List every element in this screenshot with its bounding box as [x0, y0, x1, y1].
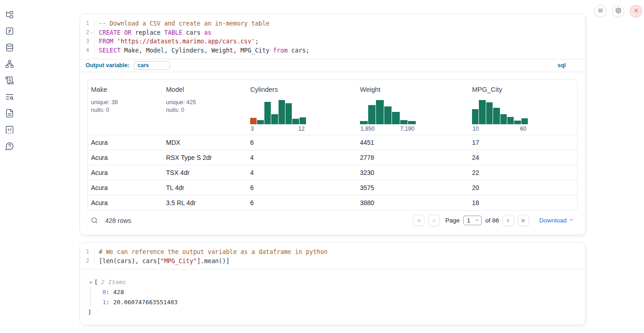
cell-weight: 2778: [357, 154, 469, 161]
settings-button[interactable]: [612, 5, 624, 17]
column-header-cylinders[interactable]: Cylinders312: [247, 80, 357, 135]
tree-item-key: 1: [102, 299, 106, 306]
collapse-chevron-icon[interactable]: [88, 280, 93, 285]
column-header-weight[interactable]: Weight1,8507,190: [357, 80, 469, 135]
cell-model: 3.5 RL 4dr: [163, 199, 247, 206]
fold-chevron-icon[interactable]: [89, 30, 94, 35]
function-icon[interactable]: [5, 26, 14, 36]
cell-mpg_city: 22: [469, 169, 577, 176]
table-row: AcuraTL 4dr6357520: [88, 180, 577, 195]
dataframe-table: Makeunique: 38nulls: 0Modelunique: 425nu…: [87, 79, 578, 211]
window-controls: [594, 5, 642, 17]
dependency-graph-icon[interactable]: [5, 59, 14, 69]
search-icon[interactable]: [90, 217, 98, 225]
page-select-value: 1: [467, 217, 470, 224]
scroll-icon[interactable]: [5, 76, 14, 85]
file-tree-icon[interactable]: [5, 10, 14, 19]
cell-model: MDX: [163, 139, 247, 146]
tree-item-value: : 428: [106, 289, 124, 296]
page-select[interactable]: 1: [463, 216, 482, 225]
line-number: 1: [80, 19, 89, 28]
last-page-button[interactable]: [518, 215, 529, 226]
cell-cylinders: 4: [247, 169, 357, 176]
code-line: 2[len(cars), cars["MPG_City"].mean()]: [80, 257, 585, 266]
histogram-bar: [408, 121, 416, 124]
fold-spacer: [89, 21, 94, 26]
bracket-open: [: [94, 277, 98, 287]
code-text: -- Download a CSV and create an in-memor…: [95, 19, 269, 28]
next-page-button[interactable]: [503, 215, 514, 226]
column-histogram: 312: [250, 100, 354, 132]
menu-button[interactable]: [594, 5, 606, 17]
line-number: 4: [80, 46, 89, 55]
line-number-gutter: 1: [80, 248, 95, 257]
fold-spacer: [89, 249, 94, 254]
cell-make: Acura: [88, 169, 163, 176]
table-row: AcuraRSX Type S 2dr4277824: [88, 150, 577, 165]
tree-item-key: 0: [102, 289, 106, 296]
column-title: Cylinders: [250, 86, 354, 93]
histogram-bar: [360, 121, 368, 124]
column-header-model[interactable]: Modelunique: 425nulls: 0: [163, 80, 247, 135]
histogram-bar: [271, 114, 278, 124]
sidebar: [0, 10, 19, 151]
column-stats: unique: 425nulls: 0: [166, 99, 244, 114]
logs-search-icon[interactable]: [5, 92, 14, 101]
hist-max-label: 7,190: [400, 126, 414, 132]
tree-item-value: : 20.060747663551403: [106, 299, 178, 306]
histogram-bar: [257, 120, 263, 124]
cell-weight: 3575: [357, 184, 469, 191]
column-header-make[interactable]: Makeunique: 38nulls: 0: [88, 80, 163, 135]
bracket-close: ]: [88, 307, 578, 317]
table-output: Makeunique: 38nulls: 0Modelunique: 425nu…: [80, 72, 585, 211]
python-code-editor[interactable]: 1# We can reference the output variable …: [80, 243, 585, 269]
python-output-tree: [ 2 Items 0: 4281: 20.060747663551403 ]: [80, 269, 585, 322]
cell-make: Acura: [88, 139, 163, 146]
line-number: 2: [80, 28, 89, 37]
items-count-label: 2 Items: [101, 277, 126, 287]
code-line: 2CREATE OR replace TABLE cars as: [80, 28, 585, 37]
cell-cylinders: 6: [247, 184, 357, 191]
shutdown-icon: [633, 7, 639, 15]
code-text: CREATE OR replace TABLE cars as: [95, 28, 211, 37]
help-icon[interactable]: [5, 142, 14, 151]
column-header-mpg_city[interactable]: MPG_City1060: [469, 80, 577, 135]
line-number: 2: [80, 257, 89, 266]
sql-code-editor[interactable]: 1-- Download a CSV and create an in-memo…: [80, 14, 585, 59]
download-button[interactable]: Download: [539, 217, 574, 224]
output-variable-input[interactable]: [134, 61, 170, 70]
line-number: 1: [80, 248, 89, 257]
cell-cylinders: 6: [247, 139, 357, 146]
cell-cylinders: 6: [247, 199, 357, 206]
histogram-bar: [521, 118, 528, 124]
page-label: Page: [445, 217, 460, 224]
histogram-bar: [479, 100, 485, 124]
cell-make: Acura: [88, 184, 163, 191]
tree-children: 0: 4281: 20.060747663551403: [90, 287, 578, 307]
shutdown-button[interactable]: [630, 5, 642, 17]
language-badge: sql: [558, 62, 566, 69]
cell-make: Acura: [88, 154, 163, 161]
cell-mpg_city: 18: [469, 199, 577, 206]
column-histogram: 1,8507,190: [360, 100, 466, 132]
histogram-bar: [392, 112, 400, 124]
prev-page-button[interactable]: [428, 215, 440, 226]
first-page-button[interactable]: [413, 215, 424, 226]
snippets-icon[interactable]: [5, 125, 14, 134]
table-header-row: Makeunique: 38nulls: 0Modelunique: 425nu…: [88, 80, 577, 135]
line-number-gutter: 4: [80, 46, 95, 55]
hist-max-label: 60: [520, 126, 526, 132]
settings-icon: [615, 7, 622, 15]
cell-model: TSX 4dr: [163, 169, 247, 176]
menu-icon: [597, 7, 604, 15]
document-icon[interactable]: [5, 109, 14, 118]
histogram-bar: [493, 108, 499, 124]
sql-cell: 1-- Download a CSV and create an in-memo…: [80, 14, 585, 235]
notebook-page: 1-- Download a CSV and create an in-memo…: [0, 0, 644, 333]
row-count: 428 rows: [105, 217, 131, 224]
table-footer: 428 rows Page 1 of 86 Download: [80, 211, 585, 231]
database-icon[interactable]: [5, 43, 14, 52]
histogram-bar: [285, 103, 292, 124]
column-title: MPG_City: [472, 86, 574, 93]
code-line: 1-- Download a CSV and create an in-memo…: [80, 19, 585, 28]
